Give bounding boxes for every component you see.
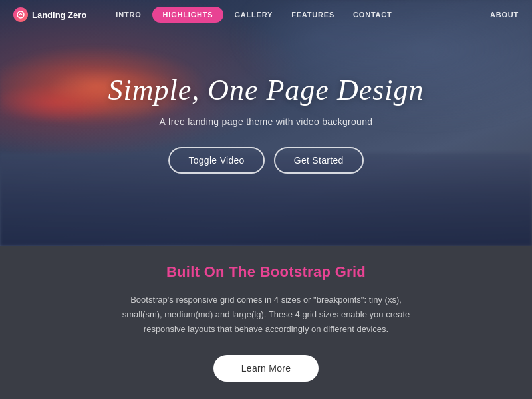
nav-logo[interactable]: Landing Zero <box>13 7 86 22</box>
logo-text: Landing Zero <box>32 10 86 20</box>
hero-title: Simple, One Page Design <box>108 73 424 107</box>
nav-item-features[interactable]: FEATURES <box>282 1 344 28</box>
get-started-button[interactable]: Get Started <box>274 147 364 174</box>
section-title: Built On The Bootstrap Grid <box>166 263 366 281</box>
hero-content: Simple, One Page Design A free landing p… <box>108 73 424 174</box>
hero-subtitle: A free landing page theme with video bac… <box>108 116 424 127</box>
bootstrap-section: Built On The Bootstrap Grid Bootstrap's … <box>0 246 532 399</box>
svg-point-0 <box>17 11 24 18</box>
nav-item-intro[interactable]: INTRO <box>106 1 150 28</box>
hero-buttons: Toggle Video Get Started <box>108 147 424 174</box>
navbar: Landing Zero INTRO HIGHLIGHTS GALLERY FE… <box>0 0 532 29</box>
toggle-video-button[interactable]: Toggle Video <box>168 147 264 174</box>
section-body: Bootstrap's responsive grid comes in 4 s… <box>120 293 412 336</box>
nav-item-highlights[interactable]: HIGHLIGHTS <box>152 7 224 23</box>
nav-item-contact[interactable]: CONTACT <box>344 1 402 28</box>
nav-item-gallery[interactable]: GALLERY <box>225 1 282 28</box>
nav-about[interactable]: ABOUT <box>490 11 519 19</box>
learn-more-button[interactable]: Learn More <box>213 355 319 382</box>
nav-links: INTRO HIGHLIGHTS GALLERY FEATURES CONTAC… <box>106 1 401 28</box>
logo-icon <box>13 7 28 22</box>
hero-section: Simple, One Page Design A free landing p… <box>0 0 532 246</box>
